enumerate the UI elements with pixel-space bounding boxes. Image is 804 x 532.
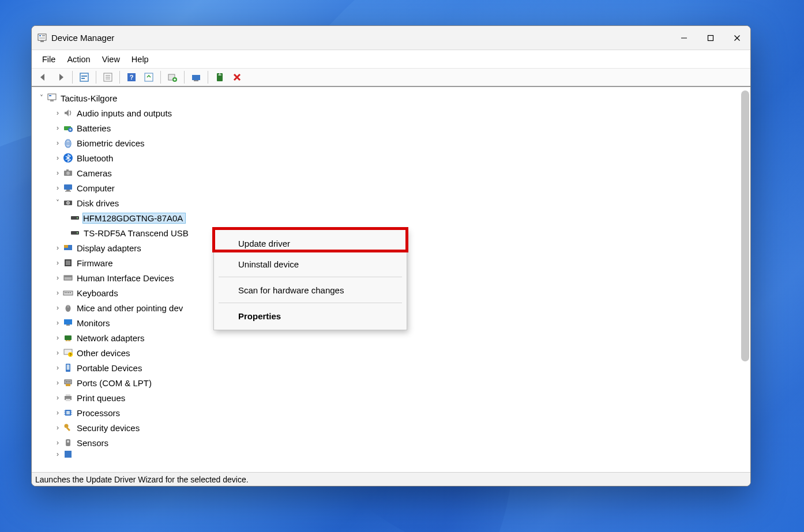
- computer-root-icon: [47, 93, 57, 103]
- tree-category-portable[interactable]: ›Portable Devices: [32, 360, 750, 375]
- svg-text:?: ?: [69, 353, 72, 357]
- security-icon: [63, 422, 73, 433]
- context-update-driver[interactable]: Update driver: [214, 233, 407, 254]
- disk-drive-icon: [70, 213, 80, 223]
- titlebar: Device Manager: [32, 26, 750, 50]
- back-button[interactable]: [36, 70, 50, 84]
- svg-rect-25: [49, 95, 51, 96]
- chevron-right-icon[interactable]: ›: [54, 109, 62, 117]
- tree-category-disk-drives[interactable]: ˅Disk drives: [32, 195, 750, 210]
- minimize-button[interactable]: [671, 26, 697, 50]
- tree-category-other[interactable]: ›?Other devices: [32, 345, 750, 360]
- tree-category-processors[interactable]: ›Processors: [32, 405, 750, 420]
- disk-drive-icon: [70, 228, 80, 238]
- tree-label: Human Interface Devices: [77, 273, 174, 283]
- forward-button[interactable]: [54, 70, 67, 84]
- close-button[interactable]: [724, 26, 750, 50]
- chevron-right-icon[interactable]: ›: [54, 244, 62, 252]
- menu-file[interactable]: File: [36, 52, 61, 66]
- chevron-down-icon[interactable]: ˅: [54, 199, 62, 207]
- tree-label: Firmware: [77, 258, 113, 268]
- disable-device-button[interactable]: [230, 70, 244, 84]
- tree-category-print[interactable]: ›Print queues: [32, 390, 750, 405]
- tree-category-bluetooth[interactable]: ›Bluetooth: [32, 150, 750, 165]
- chevron-right-icon[interactable]: ›: [54, 289, 62, 297]
- svg-rect-26: [50, 100, 54, 101]
- chevron-right-icon[interactable]: ›: [54, 184, 62, 192]
- chevron-right-icon[interactable]: ›: [54, 274, 62, 282]
- menu-help[interactable]: Help: [126, 52, 155, 66]
- chevron-right-icon[interactable]: ›: [54, 379, 62, 387]
- tree-category-ports[interactable]: ›Ports (COM & LPT): [32, 375, 750, 390]
- svg-point-90: [67, 440, 69, 443]
- toolbar-separator: [119, 71, 120, 84]
- svg-point-73: [67, 382, 69, 383]
- chevron-down-icon[interactable]: ˅: [37, 94, 46, 102]
- svg-rect-52: [64, 276, 72, 277]
- chevron-right-icon[interactable]: ›: [54, 364, 62, 372]
- menu-action[interactable]: Action: [61, 52, 96, 66]
- context-scan-hardware[interactable]: Scan for hardware changes: [214, 280, 407, 300]
- menu-view[interactable]: View: [96, 52, 126, 66]
- enable-device-button[interactable]: [213, 70, 227, 84]
- properties-button[interactable]: [101, 70, 115, 84]
- context-properties[interactable]: Properties: [214, 305, 407, 326]
- svg-rect-24: [48, 94, 56, 100]
- update-driver-button[interactable]: [166, 70, 179, 84]
- chevron-right-icon[interactable]: ›: [54, 139, 62, 147]
- show-hidden-button[interactable]: [77, 70, 91, 84]
- chevron-right-icon[interactable]: ›: [54, 424, 62, 432]
- svg-rect-57: [70, 292, 71, 293]
- context-uninstall-device[interactable]: Uninstall device: [214, 254, 407, 274]
- tree-label: Batteries: [77, 123, 111, 133]
- svg-rect-65: [69, 340, 70, 341]
- uninstall-button[interactable]: [189, 70, 203, 84]
- svg-rect-61: [66, 325, 70, 326]
- tree-category-sensors[interactable]: ›Sensors: [32, 435, 750, 450]
- chevron-right-icon[interactable]: ›: [54, 259, 62, 267]
- tree-category-computer[interactable]: ›Computer: [32, 180, 750, 195]
- chevron-right-icon[interactable]: ›: [54, 409, 62, 417]
- svg-rect-18: [145, 73, 153, 81]
- chevron-right-icon[interactable]: ›: [54, 439, 62, 447]
- context-separator: [219, 303, 402, 303]
- scan-button[interactable]: [142, 70, 156, 84]
- chevron-right-icon[interactable]: ›: [54, 154, 62, 162]
- menu-bar: File Action View Help: [32, 50, 750, 69]
- tree-category-biometric[interactable]: ›Biometric devices: [32, 135, 750, 150]
- tree-category-audio[interactable]: ›Audio inputs and outputs: [32, 105, 750, 120]
- port-icon: [63, 378, 73, 388]
- tree-category-cameras[interactable]: ›Cameras: [32, 165, 750, 180]
- tree-category-batteries[interactable]: ›Batteries: [32, 120, 750, 135]
- help-button[interactable]: ?: [125, 70, 138, 84]
- chevron-right-icon[interactable]: ›: [54, 304, 62, 312]
- maximize-button[interactable]: [697, 26, 724, 50]
- chevron-right-icon[interactable]: ›: [54, 124, 62, 132]
- svg-rect-75: [66, 384, 70, 386]
- vertical-scrollbar[interactable]: [741, 90, 749, 361]
- chevron-right-icon[interactable]: ›: [54, 319, 62, 327]
- tree-category-security[interactable]: ›Security devices: [32, 420, 750, 435]
- tree-label: Disk drives: [77, 198, 119, 208]
- chevron-right-icon[interactable]: ›: [54, 349, 62, 357]
- svg-rect-37: [64, 184, 72, 190]
- tree-label: Biometric devices: [77, 138, 145, 148]
- chevron-right-icon[interactable]: ›: [54, 334, 62, 342]
- svg-rect-39: [65, 191, 71, 192]
- tree-disk-item-selected[interactable]: HFM128GDGTNG-87A0A: [32, 210, 750, 225]
- tree-label: Print queues: [77, 393, 125, 403]
- svg-rect-4: [40, 40, 44, 42]
- tree-label: Keyboards: [77, 288, 118, 298]
- tree-category-partial[interactable]: ›: [32, 450, 750, 458]
- chevron-right-icon[interactable]: ›: [54, 169, 62, 177]
- tree-label: Computer: [77, 183, 115, 193]
- chevron-right-icon[interactable]: ›: [54, 450, 62, 458]
- svg-point-35: [66, 172, 70, 175]
- svg-point-42: [67, 202, 69, 203]
- svg-rect-56: [68, 292, 69, 293]
- svg-rect-9: [80, 73, 88, 81]
- tree-category-network[interactable]: ›Network adapters: [32, 330, 750, 345]
- chevron-right-icon[interactable]: ›: [54, 394, 62, 402]
- context-menu: Update driver Uninstall device Scan for …: [213, 229, 407, 330]
- tree-root[interactable]: ˅ Tacitus-Kilgore: [32, 90, 750, 105]
